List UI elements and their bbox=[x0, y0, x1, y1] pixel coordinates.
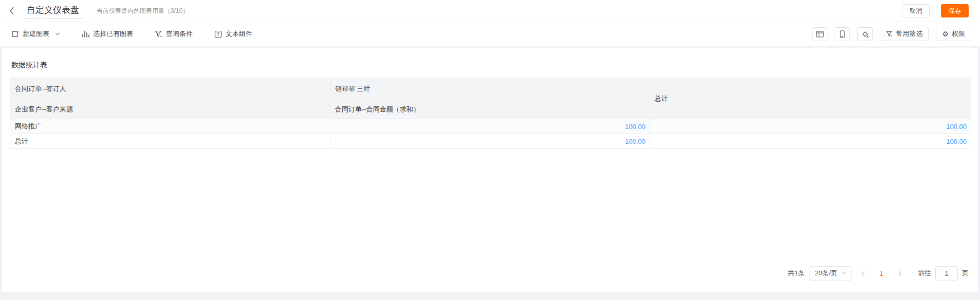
filter-funnel-icon bbox=[886, 31, 893, 37]
desktop-layout-icon bbox=[816, 31, 824, 38]
chart-card: 数据统计表 合同订单--签订人 销帮帮 三叶 总计 企业客户--客户来源 合同订… bbox=[2, 48, 978, 292]
value-link[interactable]: 100.00 bbox=[335, 123, 645, 130]
text-component-icon bbox=[214, 30, 222, 38]
current-page-button[interactable]: 1 bbox=[874, 270, 889, 277]
data-statistics-table: 合同订单--签订人 销帮帮 三叶 总计 企业客户--客户来源 合同订单--合同金… bbox=[10, 78, 971, 149]
value-link[interactable]: 100.00 bbox=[335, 138, 645, 145]
bar-chart-icon bbox=[82, 30, 89, 38]
common-filter-label: 常用筛选 bbox=[896, 29, 922, 39]
mobile-preview-icon bbox=[840, 30, 845, 38]
row-label: 网络推广 bbox=[10, 119, 330, 134]
goto-label: 前往 bbox=[918, 269, 931, 278]
page-size-select[interactable]: 20条/页 bbox=[809, 266, 852, 280]
common-filter-button[interactable]: 常用筛选 bbox=[880, 27, 929, 41]
header-total: 总计 bbox=[650, 78, 971, 119]
permission-label: 权限 bbox=[952, 29, 965, 39]
table-row-total: 总计 100.00 100.00 bbox=[10, 134, 971, 149]
desktop-layout-button[interactable] bbox=[812, 27, 827, 41]
new-chart-icon bbox=[11, 30, 19, 38]
query-condition-label: 查询条件 bbox=[166, 29, 193, 39]
back-chevron-icon bbox=[9, 7, 14, 15]
content-area: 数据统计表 合同订单--签订人 销帮帮 三叶 总计 企业客户--客户来源 合同订… bbox=[0, 46, 980, 292]
row-label: 总计 bbox=[10, 134, 330, 149]
gear-icon: ⚙ bbox=[942, 30, 949, 38]
chevron-down-icon bbox=[842, 272, 846, 275]
theme-paint-icon bbox=[861, 30, 869, 38]
back-button[interactable] bbox=[9, 7, 14, 15]
value-link[interactable]: 100.00 bbox=[655, 123, 967, 130]
text-component-label: 文本组件 bbox=[226, 29, 252, 39]
page-unit-label: 页 bbox=[962, 269, 969, 278]
theme-paint-button[interactable] bbox=[857, 27, 873, 41]
goto-page-input[interactable] bbox=[935, 266, 958, 280]
cancel-button[interactable]: 取消 bbox=[902, 4, 930, 17]
header-column-group: 销帮帮 三叶 bbox=[330, 78, 650, 100]
chevron-down-icon[interactable] bbox=[55, 32, 60, 35]
value-link[interactable]: 100.00 bbox=[655, 138, 967, 145]
dashboard-toolbar: 新建图表 选择已有图表 查询条件 文本组件 bbox=[0, 22, 980, 46]
select-existing-chart-button[interactable]: 选择已有图表 bbox=[82, 29, 133, 39]
mobile-preview-button[interactable] bbox=[835, 27, 850, 41]
page-size-value: 20条/页 bbox=[815, 269, 837, 278]
toolbar-left-group: 新建图表 选择已有图表 查询条件 文本组件 bbox=[11, 29, 252, 39]
header-row-dimension2: 企业客户--客户来源 bbox=[10, 100, 330, 119]
next-page-button[interactable] bbox=[892, 271, 908, 276]
toolbar-right-group: 常用筛选 ⚙ 权限 bbox=[812, 27, 971, 41]
chart-title: 数据统计表 bbox=[11, 61, 971, 70]
total-count-label: 共1条 bbox=[788, 269, 805, 278]
save-button[interactable]: 保存 bbox=[941, 4, 969, 17]
app-header: 自定义仪表盘 当前仪表盘内的图表用量（3/10） 取消 保存 bbox=[0, 0, 980, 22]
new-chart-label: 新建图表 bbox=[23, 29, 49, 39]
filter-funnel-icon bbox=[155, 30, 162, 38]
select-existing-chart-label: 选择已有图表 bbox=[93, 29, 133, 39]
pagination-bar: 共1条 20条/页 1 前往 页 bbox=[788, 266, 969, 280]
prev-page-button[interactable] bbox=[855, 271, 871, 276]
table-row: 网络推广 100.00 100.00 bbox=[10, 119, 971, 134]
header-measure: 合同订单--合同金额（求和） bbox=[330, 100, 650, 119]
new-chart-button[interactable]: 新建图表 bbox=[11, 29, 60, 39]
query-condition-button[interactable]: 查询条件 bbox=[155, 29, 193, 39]
dashboard-title-editable[interactable]: 自定义仪表盘 bbox=[23, 3, 83, 19]
header-row-dimension: 合同订单--签订人 bbox=[10, 78, 330, 100]
permission-button[interactable]: ⚙ 权限 bbox=[936, 27, 971, 41]
chart-usage-hint: 当前仪表盘内的图表用量（3/10） bbox=[97, 7, 189, 15]
text-component-button[interactable]: 文本组件 bbox=[214, 29, 252, 39]
header-actions: 取消 保存 bbox=[902, 4, 969, 17]
